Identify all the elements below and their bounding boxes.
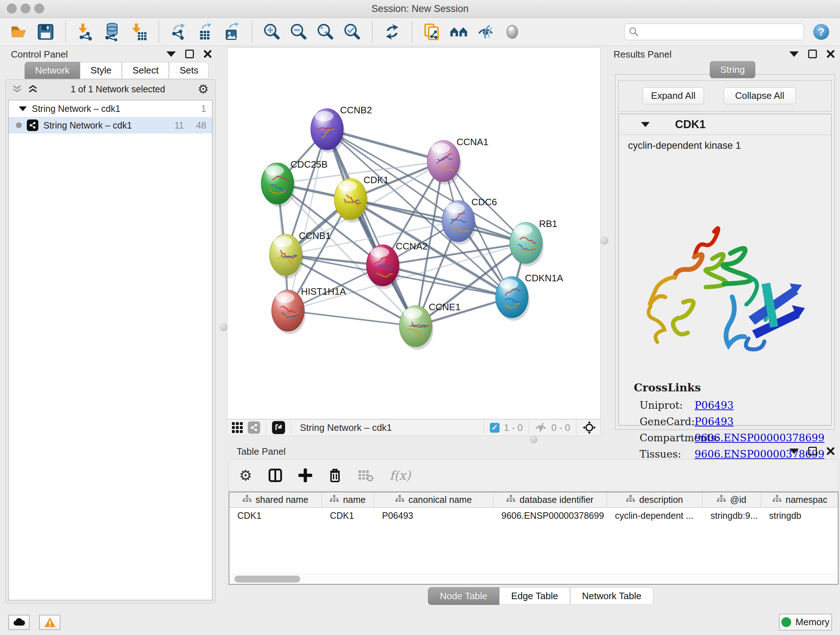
search-input[interactable]: [624, 24, 804, 40]
grid-view-icon[interactable]: [231, 421, 243, 434]
delete-column-icon[interactable]: [328, 468, 342, 483]
protein-structure-image: [640, 219, 810, 372]
show-all-icon[interactable]: [503, 22, 522, 41]
hidden-eye-icon[interactable]: [535, 422, 547, 433]
table-cell[interactable]: stringdb: [761, 508, 838, 524]
network-node-CDC6[interactable]: CDC6: [442, 196, 497, 245]
network-row[interactable]: String Network – cdk1 11 48: [9, 117, 212, 134]
close-panel-icon[interactable]: [826, 447, 835, 455]
table-cell[interactable]: CDK1: [322, 508, 374, 524]
detach-view-icon[interactable]: [272, 421, 285, 434]
column-header-description[interactable]: description: [607, 492, 703, 507]
save-session-icon[interactable]: [36, 22, 55, 41]
close-panel-icon[interactable]: [826, 50, 835, 58]
hide-selected-icon[interactable]: [476, 22, 495, 41]
zoom-in-icon[interactable]: [263, 22, 281, 41]
crosshair-icon[interactable]: [582, 420, 597, 435]
refresh-icon[interactable]: [383, 22, 401, 41]
tab-network-table[interactable]: Network Table: [570, 587, 653, 605]
zoom-selected-icon[interactable]: [343, 22, 362, 41]
tab-sets[interactable]: Sets: [169, 62, 209, 79]
left-splitter-handle[interactable]: [219, 323, 227, 331]
collapse-all-button[interactable]: Collapse All: [723, 87, 796, 104]
expand-all-button[interactable]: Expand All: [643, 87, 704, 104]
column-header-@id[interactable]: @id: [703, 492, 761, 507]
help-icon[interactable]: ?: [812, 22, 831, 41]
tab-style[interactable]: Style: [80, 62, 122, 79]
collapse-all-icon[interactable]: [12, 84, 22, 94]
network-node-CCNB2[interactable]: CCNB2: [311, 105, 372, 153]
network-edge[interactable]: [288, 310, 416, 326]
show-columns-icon[interactable]: [268, 468, 283, 483]
network-node-CCNE1[interactable]: CCNE1: [399, 302, 461, 350]
table-row[interactable]: CDK1CDK1P064939606.ENSP00000378699cyclin…: [229, 508, 838, 524]
export-table-icon[interactable]: [196, 22, 215, 41]
delete-table-icon[interactable]: [358, 469, 374, 482]
import-network-database-icon[interactable]: [103, 22, 122, 41]
clone-network-icon[interactable]: [423, 22, 441, 41]
column-header-canonical-name[interactable]: canonical name: [374, 492, 493, 507]
table-cell[interactable]: P06493: [374, 508, 493, 524]
function-builder-icon[interactable]: f(x): [390, 468, 411, 483]
table-cell[interactable]: stringdb:9...: [703, 508, 761, 524]
tree-expand-icon[interactable]: [19, 106, 27, 111]
table-settings-gear-icon[interactable]: ⚙: [239, 468, 252, 483]
zoom-out-icon[interactable]: [289, 22, 308, 41]
float-panel-icon[interactable]: [808, 447, 817, 455]
warning-status-button[interactable]: [39, 615, 60, 630]
horizontal-scrollbar[interactable]: [229, 574, 838, 584]
crosslink-value-link[interactable]: P06493: [695, 416, 734, 428]
selected-nodes-checkbox-icon[interactable]: ✓: [490, 423, 500, 432]
export-network-icon[interactable]: [169, 22, 188, 41]
gene-card-header[interactable]: CDK1: [619, 114, 831, 135]
network-graph[interactable]: CCNB2CCNA1CDC25BCDK1CDC6RB1CCNB1CCNA2HIS…: [227, 48, 600, 419]
network-node-RB1[interactable]: RB1: [510, 218, 557, 266]
create-column-icon[interactable]: [298, 469, 312, 482]
collapse-gene-icon[interactable]: [641, 122, 650, 127]
network-node-CDKN1A[interactable]: CDKN1A: [496, 272, 563, 321]
network-edge[interactable]: [351, 199, 526, 243]
memory-button[interactable]: Memory: [779, 614, 832, 631]
expand-all-icon[interactable]: [28, 84, 38, 94]
network-node-CDC25B[interactable]: CDC25B: [261, 159, 328, 207]
panel-menu-icon[interactable]: [166, 51, 176, 57]
horizontal-splitter-handle[interactable]: [530, 435, 538, 443]
crosslink-value-link[interactable]: 9606.ENSP00000378699: [695, 432, 824, 444]
tab-select[interactable]: Select: [122, 62, 169, 79]
gear-icon[interactable]: ⚙: [198, 83, 209, 95]
node-label: CCNE1: [429, 302, 461, 312]
table-cell[interactable]: CDK1: [229, 508, 322, 524]
open-session-icon[interactable]: [9, 22, 28, 41]
import-network-file-icon[interactable]: [76, 22, 95, 41]
column-header-shared-name[interactable]: shared name: [229, 492, 322, 507]
import-table-icon[interactable]: [129, 22, 148, 41]
network-collection-row[interactable]: String Network – cdk1 1: [9, 100, 212, 117]
float-panel-icon[interactable]: [808, 50, 817, 58]
network-node-CCNA1[interactable]: CCNA1: [427, 136, 488, 185]
network-canvas[interactable]: CCNB2CCNA1CDC25BCDK1CDC6RB1CCNB1CCNA2HIS…: [227, 48, 600, 419]
network-share-icon[interactable]: [248, 421, 260, 434]
tab-node-table[interactable]: Node Table: [428, 587, 499, 605]
close-panel-icon[interactable]: [203, 50, 212, 58]
network-node-HIST1H1A[interactable]: HIST1H1A: [272, 286, 346, 334]
tab-edge-table[interactable]: Edge Table: [499, 587, 570, 605]
tab-network[interactable]: Network: [25, 62, 80, 79]
cloud-status-button[interactable]: [8, 615, 30, 630]
zoom-fit-icon[interactable]: [316, 22, 335, 41]
first-neighbors-icon[interactable]: [449, 22, 468, 41]
network-node-CCNB1[interactable]: CCNB1: [270, 230, 331, 279]
network-edge[interactable]: [288, 129, 327, 310]
export-image-icon[interactable]: [223, 22, 242, 41]
panel-menu-icon[interactable]: [789, 448, 799, 454]
network-node-CCNA2[interactable]: CCNA2: [366, 241, 428, 289]
column-header-database-identifier[interactable]: database identifier: [493, 492, 607, 507]
crosslink-value-link[interactable]: P06493: [695, 399, 734, 411]
tab-string[interactable]: String: [710, 61, 755, 78]
float-panel-icon[interactable]: [185, 50, 194, 58]
column-header-namespac[interactable]: namespac: [761, 492, 838, 507]
table-cell[interactable]: cyclin-dependent ...: [607, 508, 703, 524]
column-header-name[interactable]: name: [322, 492, 374, 507]
scrollbar-thumb[interactable]: [234, 576, 300, 583]
table-cell[interactable]: 9606.ENSP00000378699: [493, 508, 607, 524]
panel-menu-icon[interactable]: [789, 51, 799, 57]
